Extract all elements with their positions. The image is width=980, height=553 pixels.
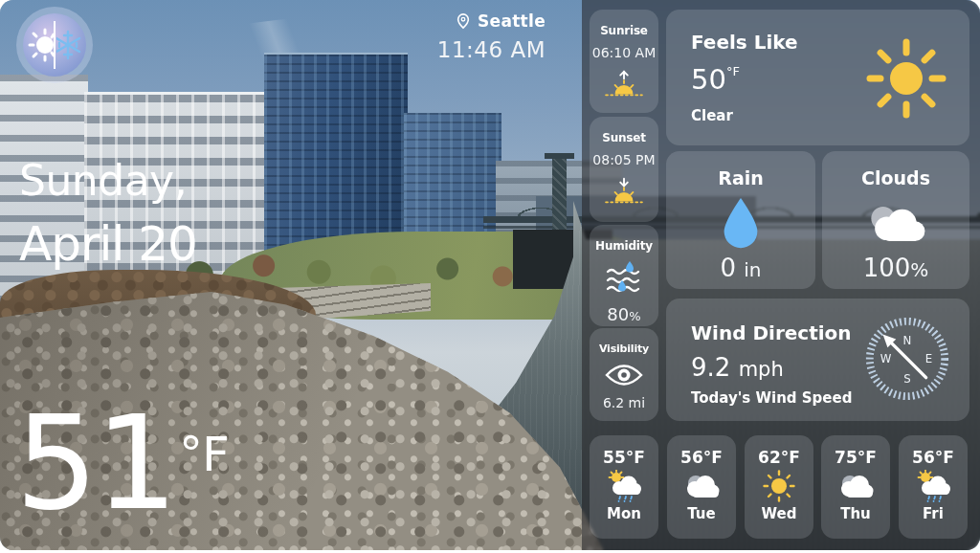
forecast-day: Wed: [762, 505, 797, 522]
photo-bridge-tower-cap: [545, 153, 574, 159]
cloud-icon: [859, 200, 932, 248]
location-label: Seattle: [478, 11, 546, 31]
sunrise-label: Sunrise: [600, 24, 648, 37]
sunset-card: Sunset 08:05 PM: [590, 117, 658, 222]
compass-west-label: W: [880, 352, 892, 365]
forecast-day: Mon: [607, 505, 641, 522]
forecast-day: Tue: [687, 505, 715, 522]
forecast-temp: 56°F: [912, 448, 954, 467]
compass-south-label: S: [903, 372, 910, 386]
humidity-value: 80%: [607, 304, 640, 324]
humidity-unit: %: [629, 309, 640, 323]
forecast-day: Fri: [923, 505, 944, 522]
forecast-card-tue[interactable]: 56°F Tue: [667, 435, 736, 539]
weekday-label: Sunday,: [19, 159, 197, 203]
visibility-value: 6.2 mi: [603, 395, 645, 410]
clouds-title: Clouds: [861, 167, 930, 188]
compass-icon: N E S W: [860, 312, 954, 406]
wind-speed-unit: mph: [739, 358, 784, 381]
rain-card: Rain 0 in: [666, 151, 815, 289]
compass-east-label: E: [925, 352, 932, 365]
temperature-value: 51: [15, 402, 175, 525]
current-time: 11:46 AM: [345, 37, 546, 62]
cloud-icon: [836, 473, 875, 499]
rain-value: 0 in: [720, 254, 761, 282]
location-block: Seattle 11:46 AM: [345, 11, 546, 62]
forecast-temp: 55°F: [603, 448, 645, 467]
sunrise-value: 06:10 AM: [592, 45, 656, 60]
clouds-card: Clouds 100%: [822, 151, 969, 289]
sunset-label: Sunset: [602, 131, 646, 144]
current-temperature: 51 °F: [15, 402, 229, 525]
sunset-icon: [602, 175, 646, 208]
feels-like-unit: °F: [726, 64, 740, 78]
wind-card: Wind Direction 9.2 mph Today's Wind Spee…: [666, 299, 969, 421]
humidity-label: Humidity: [595, 239, 653, 253]
clouds-value: 100%: [863, 254, 929, 282]
visibility-label: Visibility: [599, 343, 649, 355]
sun-rain-cloud-icon: [605, 470, 643, 502]
clouds-unit: %: [910, 258, 928, 281]
forecast-day: Thu: [840, 505, 871, 522]
forecast-card-wed[interactable]: 62°F Wed: [745, 435, 813, 539]
weather-dashboard: Seattle 11:46 AM Sunday, April 20 51 °F …: [0, 0, 980, 550]
humidity-icon: [602, 260, 646, 299]
compass-north-label: N: [903, 334, 912, 347]
rain-title: Rain: [718, 167, 764, 188]
location-pin-icon: [456, 12, 471, 30]
forecast-card-mon[interactable]: 55°F Mon: [590, 435, 658, 539]
forecast-temp: 75°F: [835, 448, 877, 467]
sunrise-card: Sunrise 06:10 AM: [590, 10, 658, 113]
location-button[interactable]: Seattle: [345, 11, 546, 31]
logo-button[interactable]: [14, 5, 95, 85]
sun-icon: [858, 31, 954, 126]
visibility-card: Visibility 6.2 mi: [590, 328, 658, 421]
raindrop-icon: [719, 196, 763, 252]
sun-icon: [763, 470, 795, 502]
cloud-icon: [682, 473, 721, 499]
sun-snowflake-logo-icon: [14, 5, 95, 85]
weather-panel: Sunrise 06:10 AM Sunset 08:05 PM: [582, 0, 980, 550]
forecast-temp: 56°F: [680, 448, 723, 467]
forecast-card-thu[interactable]: 75°F Thu: [821, 435, 890, 539]
sunrise-icon: [602, 68, 646, 100]
eye-icon: [605, 363, 643, 387]
sunset-value: 08:05 PM: [592, 152, 655, 167]
humidity-card: Humidity 80%: [590, 225, 658, 326]
rain-unit: in: [744, 258, 761, 281]
date-label: April 20: [19, 216, 197, 272]
date-block: Sunday, April 20: [19, 159, 197, 272]
temperature-unit: °F: [179, 427, 229, 482]
forecast-temp: 62°F: [758, 448, 800, 467]
feels-like-card: Feels Like 50°F Clear: [666, 10, 969, 145]
sun-rain-cloud-icon: [914, 470, 952, 502]
forecast-card-fri[interactable]: 56°F Fri: [899, 435, 968, 539]
